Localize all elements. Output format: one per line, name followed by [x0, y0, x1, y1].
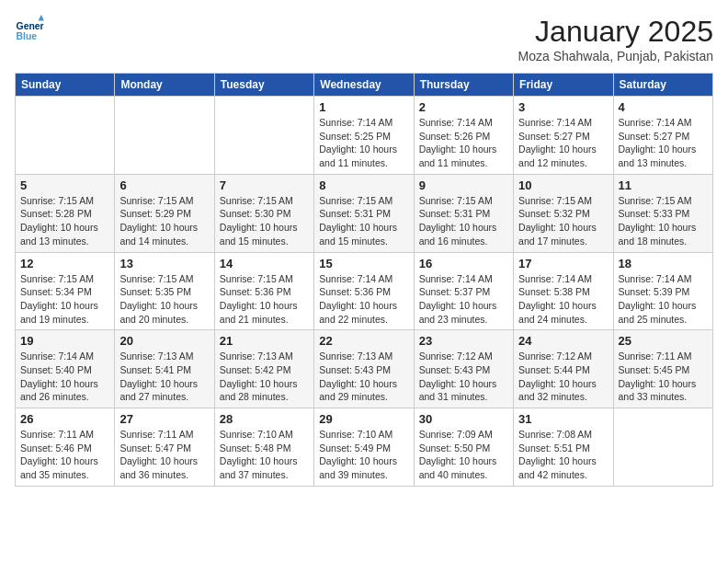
column-header-saturday: Saturday: [613, 74, 712, 97]
day-number: 30: [419, 412, 508, 426]
month-title: January 2025: [518, 15, 713, 49]
calendar-cell: 12Sunrise: 7:15 AM Sunset: 5:34 PM Dayli…: [16, 252, 115, 330]
calendar-cell: [214, 97, 313, 175]
day-info: Sunrise: 7:15 AM Sunset: 5:32 PM Dayligh…: [518, 194, 608, 248]
day-number: 6: [119, 178, 209, 192]
day-info: Sunrise: 7:11 AM Sunset: 5:45 PM Dayligh…: [619, 350, 708, 404]
calendar-cell: 17Sunrise: 7:14 AM Sunset: 5:38 PM Dayli…: [514, 252, 613, 330]
calendar-cell: 27Sunrise: 7:11 AM Sunset: 5:47 PM Dayli…: [115, 408, 214, 487]
svg-marker-2: [39, 15, 44, 20]
calendar-header-row: SundayMondayTuesdayWednesdayThursdayFrid…: [16, 74, 713, 97]
calendar-cell: 28Sunrise: 7:10 AM Sunset: 5:48 PM Dayli…: [214, 408, 313, 487]
day-number: 11: [619, 178, 708, 192]
calendar-cell: 10Sunrise: 7:15 AM Sunset: 5:32 PM Dayli…: [514, 174, 613, 252]
day-number: 14: [220, 257, 309, 270]
calendar-cell: 31Sunrise: 7:08 AM Sunset: 5:51 PM Dayli…: [514, 408, 613, 487]
day-info: Sunrise: 7:14 AM Sunset: 5:27 PM Dayligh…: [619, 116, 708, 170]
day-info: Sunrise: 7:12 AM Sunset: 5:43 PM Dayligh…: [419, 350, 508, 404]
column-header-friday: Friday: [514, 74, 613, 97]
day-number: 29: [319, 412, 408, 426]
calendar-cell: 21Sunrise: 7:13 AM Sunset: 5:42 PM Dayli…: [214, 330, 313, 408]
calendar-cell: 19Sunrise: 7:14 AM Sunset: 5:40 PM Dayli…: [16, 330, 115, 408]
page-header: General Blue January 2025 Moza Shahwala,…: [15, 15, 713, 63]
day-number: 28: [220, 412, 309, 426]
day-info: Sunrise: 7:11 AM Sunset: 5:47 PM Dayligh…: [119, 428, 209, 482]
day-info: Sunrise: 7:15 AM Sunset: 5:28 PM Dayligh…: [20, 194, 109, 248]
day-number: 2: [419, 100, 508, 114]
day-number: 19: [20, 334, 109, 348]
day-info: Sunrise: 7:13 AM Sunset: 5:43 PM Dayligh…: [319, 350, 408, 404]
day-info: Sunrise: 7:14 AM Sunset: 5:25 PM Dayligh…: [319, 116, 408, 170]
calendar-cell: 3Sunrise: 7:14 AM Sunset: 5:27 PM Daylig…: [514, 97, 613, 175]
calendar-cell: 30Sunrise: 7:09 AM Sunset: 5:50 PM Dayli…: [414, 408, 513, 487]
logo-icon: General Blue: [15, 15, 44, 44]
day-number: 7: [220, 178, 309, 192]
day-number: 25: [619, 334, 708, 348]
svg-text:Blue: Blue: [17, 31, 38, 41]
calendar-cell: 2Sunrise: 7:14 AM Sunset: 5:26 PM Daylig…: [414, 97, 513, 175]
day-number: 1: [319, 100, 408, 114]
calendar-cell: 9Sunrise: 7:15 AM Sunset: 5:31 PM Daylig…: [414, 174, 513, 252]
day-number: 12: [20, 257, 109, 270]
day-number: 21: [220, 334, 309, 348]
calendar-cell: 16Sunrise: 7:14 AM Sunset: 5:37 PM Dayli…: [414, 252, 513, 330]
calendar-cell: 20Sunrise: 7:13 AM Sunset: 5:41 PM Dayli…: [115, 330, 214, 408]
day-number: 24: [518, 334, 608, 348]
logo: General Blue: [15, 15, 44, 44]
location-subtitle: Moza Shahwala, Punjab, Pakistan: [518, 49, 713, 63]
day-info: Sunrise: 7:15 AM Sunset: 5:29 PM Dayligh…: [119, 194, 209, 248]
calendar-cell: [16, 97, 115, 175]
day-number: 13: [119, 257, 209, 270]
day-number: 8: [319, 178, 408, 192]
calendar-cell: 18Sunrise: 7:14 AM Sunset: 5:39 PM Dayli…: [613, 252, 712, 330]
calendar-cell: 8Sunrise: 7:15 AM Sunset: 5:31 PM Daylig…: [314, 174, 414, 252]
day-info: Sunrise: 7:09 AM Sunset: 5:50 PM Dayligh…: [419, 428, 508, 482]
column-header-sunday: Sunday: [16, 74, 115, 97]
day-info: Sunrise: 7:15 AM Sunset: 5:33 PM Dayligh…: [619, 194, 708, 248]
calendar-cell: 1Sunrise: 7:14 AM Sunset: 5:25 PM Daylig…: [314, 97, 414, 175]
calendar-cell: 13Sunrise: 7:15 AM Sunset: 5:35 PM Dayli…: [115, 252, 214, 330]
day-info: Sunrise: 7:15 AM Sunset: 5:34 PM Dayligh…: [20, 272, 109, 327]
day-number: 31: [518, 412, 608, 426]
day-info: Sunrise: 7:12 AM Sunset: 5:44 PM Dayligh…: [518, 350, 608, 404]
day-number: 27: [119, 412, 209, 426]
day-number: 5: [20, 178, 109, 192]
column-header-tuesday: Tuesday: [214, 74, 313, 97]
calendar-cell: [613, 408, 712, 487]
calendar-cell: 24Sunrise: 7:12 AM Sunset: 5:44 PM Dayli…: [514, 330, 613, 408]
day-info: Sunrise: 7:14 AM Sunset: 5:26 PM Dayligh…: [419, 116, 508, 170]
calendar-cell: 15Sunrise: 7:14 AM Sunset: 5:36 PM Dayli…: [314, 252, 414, 330]
day-info: Sunrise: 7:14 AM Sunset: 5:38 PM Dayligh…: [518, 272, 608, 327]
calendar-cell: 26Sunrise: 7:11 AM Sunset: 5:46 PM Dayli…: [16, 408, 115, 487]
day-number: 9: [419, 178, 508, 192]
day-number: 4: [619, 100, 708, 114]
day-number: 15: [319, 257, 408, 270]
calendar-cell: 23Sunrise: 7:12 AM Sunset: 5:43 PM Dayli…: [414, 330, 513, 408]
day-info: Sunrise: 7:14 AM Sunset: 5:40 PM Dayligh…: [20, 350, 109, 404]
calendar-cell: 14Sunrise: 7:15 AM Sunset: 5:36 PM Dayli…: [214, 252, 313, 330]
calendar-week-row: 26Sunrise: 7:11 AM Sunset: 5:46 PM Dayli…: [16, 408, 713, 487]
title-block: January 2025 Moza Shahwala, Punjab, Paki…: [518, 15, 713, 63]
day-number: 3: [518, 100, 608, 114]
calendar-week-row: 5Sunrise: 7:15 AM Sunset: 5:28 PM Daylig…: [16, 174, 713, 252]
day-info: Sunrise: 7:10 AM Sunset: 5:49 PM Dayligh…: [319, 428, 408, 482]
day-number: 20: [119, 334, 209, 348]
day-info: Sunrise: 7:14 AM Sunset: 5:37 PM Dayligh…: [419, 272, 508, 327]
calendar-cell: 5Sunrise: 7:15 AM Sunset: 5:28 PM Daylig…: [16, 174, 115, 252]
day-info: Sunrise: 7:08 AM Sunset: 5:51 PM Dayligh…: [518, 428, 608, 482]
column-header-wednesday: Wednesday: [314, 74, 414, 97]
day-number: 17: [518, 257, 608, 270]
calendar-cell: 4Sunrise: 7:14 AM Sunset: 5:27 PM Daylig…: [613, 97, 712, 175]
calendar-cell: 11Sunrise: 7:15 AM Sunset: 5:33 PM Dayli…: [613, 174, 712, 252]
calendar-cell: [115, 97, 214, 175]
day-info: Sunrise: 7:14 AM Sunset: 5:27 PM Dayligh…: [518, 116, 608, 170]
calendar-week-row: 1Sunrise: 7:14 AM Sunset: 5:25 PM Daylig…: [16, 97, 713, 175]
day-info: Sunrise: 7:13 AM Sunset: 5:42 PM Dayligh…: [220, 350, 309, 404]
day-info: Sunrise: 7:15 AM Sunset: 5:36 PM Dayligh…: [220, 272, 309, 327]
calendar-cell: 6Sunrise: 7:15 AM Sunset: 5:29 PM Daylig…: [115, 174, 214, 252]
day-info: Sunrise: 7:11 AM Sunset: 5:46 PM Dayligh…: [20, 428, 109, 482]
day-info: Sunrise: 7:14 AM Sunset: 5:36 PM Dayligh…: [319, 272, 408, 327]
calendar-cell: 7Sunrise: 7:15 AM Sunset: 5:30 PM Daylig…: [214, 174, 313, 252]
day-info: Sunrise: 7:15 AM Sunset: 5:31 PM Dayligh…: [419, 194, 508, 248]
calendar-week-row: 19Sunrise: 7:14 AM Sunset: 5:40 PM Dayli…: [16, 330, 713, 408]
